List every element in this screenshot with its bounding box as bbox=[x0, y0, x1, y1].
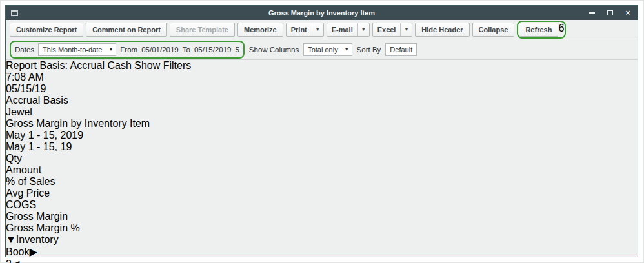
to-label: To bbox=[183, 46, 190, 54]
table-header-row: Qty Amount % of Sales Avg Price COGS Gro… bbox=[6, 153, 638, 234]
header-gross-margin-pct[interactable]: Gross Margin % bbox=[6, 222, 638, 234]
maximize-icon bbox=[607, 10, 613, 15]
annotation-badge-5: 5 bbox=[235, 46, 239, 54]
show-columns-dropdown-arrow-icon[interactable]: ▼ bbox=[342, 44, 352, 55]
print-dropdown-arrow-icon[interactable]: ▼ bbox=[312, 23, 323, 36]
refresh-button[interactable]: Refresh bbox=[519, 23, 558, 37]
minimize-icon bbox=[589, 12, 595, 14]
show-columns-label: Show Columns bbox=[249, 46, 299, 54]
report-basis-label: Report Basis: bbox=[6, 60, 68, 71]
header-amount[interactable]: Amount bbox=[6, 164, 638, 176]
header-avg-price[interactable]: Avg Price bbox=[6, 188, 638, 199]
report-toolbar: Customize Report Comment on Report Share… bbox=[6, 20, 638, 39]
report-body: 7:08 AM 05/15/19 Accrual Basis Jewel Gro… bbox=[6, 72, 638, 263]
to-date-field[interactable]: 05/15/2019 bbox=[194, 46, 232, 54]
refresh-annotation-outline: Refresh 6 bbox=[517, 21, 566, 39]
table-row-inventory-group[interactable]: ▼Inventory bbox=[6, 234, 638, 246]
memorize-button[interactable]: Memorize bbox=[237, 23, 283, 37]
header-pct-of-sales[interactable]: % of Sales bbox=[6, 176, 638, 188]
sort-by-label: Sort By bbox=[357, 46, 381, 54]
collapse-button[interactable]: Collapse bbox=[472, 23, 515, 37]
accrual-radio-label: Accrual bbox=[70, 60, 105, 71]
row-label: Book bbox=[6, 246, 29, 257]
basis-stamp: Accrual Basis bbox=[6, 95, 638, 106]
report-stamp: 7:08 AM 05/15/19 Accrual Basis bbox=[6, 72, 638, 106]
row-label: Inventory bbox=[16, 234, 59, 245]
generated-time: 7:08 AM bbox=[6, 72, 638, 83]
report-title: Gross Margin by Inventory Item bbox=[6, 118, 638, 130]
from-date-field[interactable]: 05/01/2019 bbox=[141, 46, 179, 54]
hide-header-button[interactable]: Hide Header bbox=[415, 23, 469, 37]
report-table: May 1 - 15, 19 Qty Amount % of Sales Avg… bbox=[6, 141, 638, 263]
report-window: Gross Margin by Inventory Item × Customi… bbox=[5, 5, 638, 257]
dates-dropdown-arrow-icon[interactable]: ▼ bbox=[106, 44, 116, 55]
email-button[interactable]: E-mail ▼ bbox=[327, 23, 370, 37]
accrual-radio[interactable]: Accrual bbox=[70, 60, 108, 71]
excel-button[interactable]: Excel ▼ bbox=[372, 23, 413, 37]
report-basis-bar: Report Basis: Accrual Cash Show Filters bbox=[6, 60, 638, 72]
annotation-badge-6: 6 bbox=[558, 23, 564, 37]
filter-bar: Dates This Month-to-date ▼ From 05/01/20… bbox=[6, 39, 638, 60]
column-group-header: May 1 - 15, 19 bbox=[6, 141, 638, 153]
window-title: Gross Margin by Inventory Item bbox=[6, 9, 638, 17]
dates-dropdown[interactable]: This Month-to-date ▼ bbox=[38, 43, 116, 56]
show-filters-link[interactable]: Show Filters bbox=[134, 60, 191, 71]
minimize-button[interactable] bbox=[587, 8, 596, 17]
dates-label: Dates bbox=[15, 46, 34, 54]
print-button[interactable]: Print ▼ bbox=[286, 23, 324, 37]
close-button[interactable]: × bbox=[623, 8, 632, 17]
header-cogs[interactable]: COGS bbox=[6, 199, 638, 211]
sort-by-dropdown[interactable]: Default bbox=[385, 43, 417, 56]
email-dropdown-arrow-icon[interactable]: ▼ bbox=[357, 23, 369, 36]
collapse-triangle-icon[interactable]: ▼ bbox=[6, 234, 16, 245]
cash-radio-label: Cash bbox=[107, 60, 131, 71]
window-controls: × bbox=[587, 8, 632, 17]
customize-report-button[interactable]: Customize Report bbox=[10, 23, 83, 37]
generated-date: 05/15/19 bbox=[6, 83, 638, 95]
header-gross-margin[interactable]: Gross Margin bbox=[6, 211, 638, 222]
dates-annotation-outline: Dates This Month-to-date ▼ From 05/01/20… bbox=[10, 41, 245, 59]
show-columns-dropdown[interactable]: Total only ▼ bbox=[303, 43, 352, 56]
table-row-book[interactable]: Book▶ 2◀ 28.00 20.0% 14.00 8.00 20.00 71… bbox=[6, 246, 638, 263]
report-date-range: May 1 - 15, 2019 bbox=[6, 130, 638, 141]
cash-radio[interactable]: Cash bbox=[107, 60, 134, 71]
excel-dropdown-arrow-icon[interactable]: ▼ bbox=[400, 23, 412, 36]
titlebar: Gross Margin by Inventory Item × bbox=[6, 6, 638, 20]
row-pointer-right-icon: ▶ bbox=[29, 246, 37, 257]
from-label: From bbox=[120, 46, 137, 54]
report-header: Jewel Gross Margin by Inventory Item May… bbox=[6, 106, 638, 141]
company-name: Jewel bbox=[6, 106, 638, 118]
cell-qty: 2◀ bbox=[6, 258, 638, 263]
share-template-button: Share Template bbox=[170, 23, 235, 37]
maximize-button[interactable] bbox=[605, 8, 614, 17]
header-qty[interactable]: Qty bbox=[6, 153, 638, 164]
comment-on-report-button[interactable]: Comment on Report bbox=[86, 23, 167, 37]
cell-pointer-left-icon: ◀ bbox=[12, 258, 19, 263]
